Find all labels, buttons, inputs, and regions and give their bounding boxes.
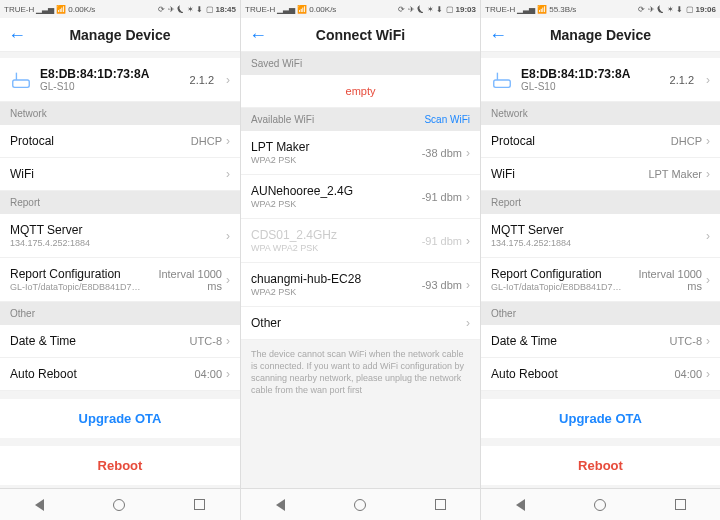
- nav-recent-icon[interactable]: [675, 499, 686, 510]
- saved-wifi-empty: empty: [241, 75, 480, 108]
- content: Saved WiFi empty Available WiFi Scan WiF…: [241, 52, 480, 488]
- android-navbar: [481, 488, 720, 520]
- chevron-right-icon: ›: [466, 234, 470, 248]
- row-wifi[interactable]: WiFi ›: [0, 158, 240, 191]
- wifi-row[interactable]: chuangmi-hub-EC28WPA2 PSK -93 dbm›: [241, 263, 480, 307]
- row-protocal[interactable]: Protocal DHCP›: [0, 125, 240, 158]
- nav-back-icon[interactable]: [516, 499, 525, 511]
- wifi-row-disabled: CDS01_2.4GHzWPA WPA2 PSK -91 dbm›: [241, 219, 480, 263]
- signal-icon: ▁▃▅: [277, 5, 295, 14]
- chevron-right-icon: ›: [466, 316, 470, 330]
- section-report: Report: [0, 191, 240, 214]
- device-card[interactable]: E8:DB:84:1D:73:8A GL-S10 2.1.2 ›: [0, 58, 240, 102]
- status-icons: ⟳ ✈ ⏾ ✶ ⬇ ▢: [638, 5, 693, 14]
- row-autoreboot[interactable]: Auto Reboot 04:00›: [481, 358, 720, 391]
- signal-icon: ▁▃▅: [36, 5, 54, 14]
- title-bar: ← Manage Device: [0, 18, 240, 52]
- row-mqtt[interactable]: MQTT Server134.175.4.252:1884 ›: [0, 214, 240, 258]
- chevron-right-icon: ›: [226, 73, 230, 87]
- chevron-right-icon: ›: [226, 273, 230, 287]
- scan-wifi-button[interactable]: Scan WiFi: [424, 114, 470, 125]
- nav-home-icon[interactable]: [113, 499, 125, 511]
- status-bar: TRUE-H ▁▃▅ 📶 0.00K/s ⟳ ✈ ⏾ ✶ ⬇ ▢ 18:45: [0, 0, 240, 18]
- router-icon: [491, 69, 513, 91]
- screen-manage-right: TRUE-H ▁▃▅ 📶 55.3B/s ⟳ ✈ ⏾ ✶ ⬇ ▢ 19:06 ←…: [480, 0, 720, 520]
- svg-rect-0: [13, 80, 30, 87]
- wifi-icon: 📶: [56, 5, 66, 14]
- section-available-wifi: Available WiFi Scan WiFi: [241, 108, 480, 131]
- nav-back-icon[interactable]: [35, 499, 44, 511]
- nav-home-icon[interactable]: [354, 499, 366, 511]
- row-protocal[interactable]: Protocal DHCP›: [481, 125, 720, 158]
- device-model: GL-S10: [40, 81, 182, 92]
- device-version: 2.1.2: [670, 74, 694, 86]
- chevron-right-icon: ›: [226, 134, 230, 148]
- net-speed: 0.00K/s: [68, 5, 95, 14]
- row-datetime[interactable]: Date & Time UTC-8›: [481, 325, 720, 358]
- clock: 18:45: [216, 5, 236, 14]
- page-title: Manage Device: [481, 27, 720, 43]
- page-title: Manage Device: [0, 27, 240, 43]
- android-navbar: [0, 488, 240, 520]
- router-icon: [10, 69, 32, 91]
- chevron-right-icon: ›: [706, 134, 710, 148]
- wifi-row[interactable]: AUNehooree_2.4GWPA2 PSK -91 dbm›: [241, 175, 480, 219]
- help-text: The device cannot scan WiFi when the net…: [241, 340, 480, 405]
- row-report-config[interactable]: Report ConfigurationGL-IoT/dataTopic/E8D…: [0, 258, 240, 302]
- device-version: 2.1.2: [190, 74, 214, 86]
- upgrade-ota-button[interactable]: Upgrade OTA: [0, 399, 240, 438]
- screens-container: TRUE-H ▁▃▅ 📶 0.00K/s ⟳ ✈ ⏾ ✶ ⬇ ▢ 18:45 ←…: [0, 0, 720, 520]
- row-wifi[interactable]: WiFi LPT Maker›: [481, 158, 720, 191]
- wifi-other-row[interactable]: Other ›: [241, 307, 480, 340]
- row-datetime[interactable]: Date & Time UTC-8›: [0, 325, 240, 358]
- chevron-right-icon: ›: [466, 278, 470, 292]
- section-report: Report: [481, 191, 720, 214]
- reboot-button[interactable]: Reboot: [0, 446, 240, 485]
- section-other: Other: [481, 302, 720, 325]
- nav-recent-icon[interactable]: [435, 499, 446, 510]
- row-mqtt[interactable]: MQTT Server134.175.4.252:1884 ›: [481, 214, 720, 258]
- nav-recent-icon[interactable]: [194, 499, 205, 510]
- chevron-right-icon: ›: [226, 229, 230, 243]
- nav-back-icon[interactable]: [276, 499, 285, 511]
- title-bar: ← Manage Device: [481, 18, 720, 52]
- wifi-icon: 📶: [297, 5, 307, 14]
- page-title: Connect WiFi: [241, 27, 480, 43]
- back-button[interactable]: ←: [249, 26, 267, 44]
- back-button[interactable]: ←: [489, 26, 507, 44]
- carrier: TRUE-H: [4, 5, 34, 14]
- status-bar: TRUE-H ▁▃▅ 📶 55.3B/s ⟳ ✈ ⏾ ✶ ⬇ ▢ 19:06: [481, 0, 720, 18]
- chevron-right-icon: ›: [466, 146, 470, 160]
- chevron-right-icon: ›: [706, 229, 710, 243]
- section-other: Other: [0, 302, 240, 325]
- section-network: Network: [0, 102, 240, 125]
- content: E8:DB:84:1D:73:8A GL-S10 2.1.2 › Network…: [0, 52, 240, 488]
- reboot-button[interactable]: Reboot: [481, 446, 720, 485]
- status-icons: ⟳ ✈ ⏾ ✶ ⬇ ▢: [158, 5, 213, 14]
- signal-icon: ▁▃▅: [517, 5, 535, 14]
- device-mac: E8:DB:84:1D:73:8A: [40, 67, 182, 81]
- row-report-config[interactable]: Report ConfigurationGL-IoT/dataTopic/E8D…: [481, 258, 720, 302]
- row-autoreboot[interactable]: Auto Reboot 04:00›: [0, 358, 240, 391]
- device-model: GL-S10: [521, 81, 662, 92]
- status-bar: TRUE-H ▁▃▅ 📶 0.00K/s ⟳ ✈ ⏾ ✶ ⬇ ▢ 19:03: [241, 0, 480, 18]
- device-mac: E8:DB:84:1D:73:8A: [521, 67, 662, 81]
- chevron-right-icon: ›: [706, 367, 710, 381]
- upgrade-ota-button[interactable]: Upgrade OTA: [481, 399, 720, 438]
- chevron-right-icon: ›: [226, 334, 230, 348]
- chevron-right-icon: ›: [226, 167, 230, 181]
- screen-manage-left: TRUE-H ▁▃▅ 📶 0.00K/s ⟳ ✈ ⏾ ✶ ⬇ ▢ 18:45 ←…: [0, 0, 240, 520]
- wifi-row[interactable]: LPT MakerWPA2 PSK -38 dbm›: [241, 131, 480, 175]
- android-navbar: [241, 488, 480, 520]
- nav-home-icon[interactable]: [594, 499, 606, 511]
- back-button[interactable]: ←: [8, 26, 26, 44]
- status-icons: ⟳ ✈ ⏾ ✶ ⬇ ▢: [398, 5, 453, 14]
- chevron-right-icon: ›: [706, 334, 710, 348]
- content: E8:DB:84:1D:73:8A GL-S10 2.1.2 › Network…: [481, 52, 720, 488]
- section-network: Network: [481, 102, 720, 125]
- chevron-right-icon: ›: [706, 167, 710, 181]
- chevron-right-icon: ›: [706, 273, 710, 287]
- svg-rect-2: [494, 80, 511, 87]
- device-card[interactable]: E8:DB:84:1D:73:8A GL-S10 2.1.2 ›: [481, 58, 720, 102]
- section-saved-wifi: Saved WiFi: [241, 52, 480, 75]
